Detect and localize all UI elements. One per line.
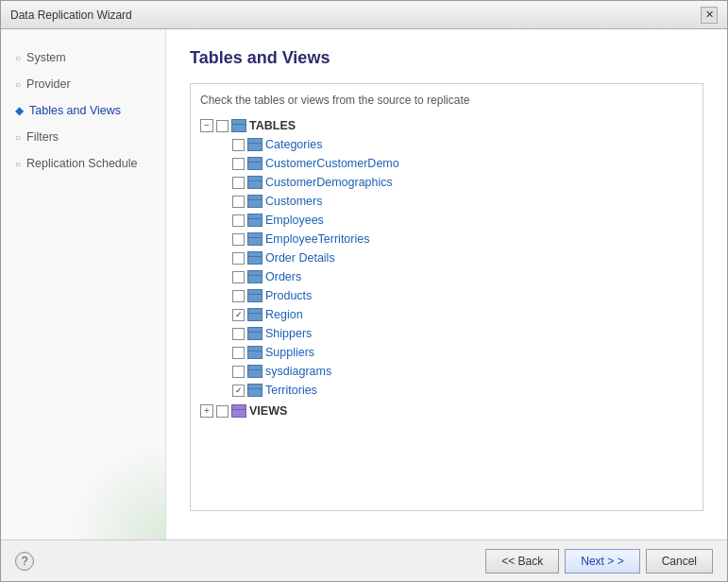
- filters-bullet: ○: [15, 132, 21, 143]
- tree-spacer: [216, 384, 229, 397]
- item-checkbox[interactable]: [232, 366, 245, 378]
- item-label[interactable]: Order Details: [265, 249, 335, 266]
- item-label[interactable]: Territories: [265, 382, 317, 399]
- close-button[interactable]: ✕: [701, 7, 718, 24]
- item-checkbox[interactable]: [232, 214, 245, 227]
- tree-spacer: [216, 251, 229, 265]
- table-icon: [247, 232, 262, 246]
- table-row: Categories: [200, 135, 693, 154]
- tables-label: TABLES: [249, 117, 296, 134]
- table-row: Shippers: [200, 324, 693, 343]
- item-label[interactable]: Products: [265, 287, 312, 304]
- item-checkbox[interactable]: ✓: [232, 385, 245, 397]
- sidebar-item-label-provider: Provider: [26, 77, 71, 91]
- tree-spacer: [216, 176, 229, 189]
- table-icon: [247, 195, 262, 208]
- tree-spacer: [216, 157, 229, 170]
- tables-root-node[interactable]: − TABLES: [200, 116, 693, 135]
- table-icon: [247, 157, 262, 170]
- sidebar-item-replication-schedule[interactable]: ○ Replication Schedule: [10, 154, 156, 173]
- content-area: ○ System ○ Provider ◆ Tables and Views ○…: [1, 29, 727, 539]
- table-items-list: CategoriesCustomerCustomerDemoCustomerDe…: [200, 135, 693, 400]
- table-row: ✓Territories: [200, 381, 693, 400]
- back-button[interactable]: << Back: [485, 549, 559, 573]
- item-label[interactable]: Region: [265, 306, 303, 323]
- tree-container: Check the tables or views from the sourc…: [190, 83, 703, 511]
- table-icon: [247, 289, 262, 302]
- item-checkbox[interactable]: [232, 252, 245, 265]
- table-row: Suppliers: [200, 343, 693, 362]
- table-row: Customers: [200, 192, 693, 211]
- next-button[interactable]: Next > >: [565, 549, 639, 573]
- sidebar-item-filters[interactable]: ○ Filters: [10, 128, 156, 146]
- tables-toggle[interactable]: −: [200, 119, 213, 132]
- views-checkbox[interactable]: [216, 405, 229, 418]
- item-checkbox[interactable]: [232, 347, 245, 359]
- item-label[interactable]: Customers: [265, 193, 322, 210]
- item-checkbox[interactable]: [232, 177, 245, 189]
- page-title: Tables and Views: [190, 48, 703, 68]
- item-label[interactable]: CustomerDemographics: [265, 174, 393, 191]
- title-bar: Data Replication Wizard ✕: [1, 1, 727, 29]
- table-icon: [247, 365, 262, 378]
- item-checkbox[interactable]: [232, 271, 245, 283]
- window-title: Data Replication Wizard: [10, 9, 132, 22]
- table-row: Order Details: [200, 248, 693, 267]
- tables-checkbox[interactable]: [216, 120, 229, 132]
- tree-spacer: [216, 346, 229, 359]
- sidebar-item-system[interactable]: ○ System: [10, 48, 156, 67]
- table-row: Products: [200, 286, 693, 305]
- views-toggle[interactable]: +: [200, 404, 213, 418]
- item-checkbox[interactable]: [232, 196, 245, 208]
- item-label[interactable]: EmployeeTerritories: [265, 231, 369, 248]
- sidebar: ○ System ○ Provider ◆ Tables and Views ○…: [1, 29, 166, 539]
- item-checkbox[interactable]: [232, 158, 245, 170]
- views-label: VIEWS: [249, 402, 287, 419]
- table-row: CustomerCustomerDemo: [200, 154, 693, 173]
- tables-icon: [231, 119, 246, 132]
- main-panel: Tables and Views Check the tables or vie…: [166, 29, 727, 539]
- table-row: EmployeeTerritories: [200, 230, 693, 248]
- sidebar-item-tables-views[interactable]: ◆ Tables and Views: [10, 101, 156, 120]
- table-row: Orders: [200, 267, 693, 286]
- hint-text: Check the tables or views from the sourc…: [200, 94, 693, 107]
- sidebar-item-provider[interactable]: ○ Provider: [10, 75, 156, 94]
- views-icon: [231, 404, 246, 418]
- table-row: Employees: [200, 211, 693, 230]
- sidebar-item-label-filters: Filters: [26, 130, 59, 144]
- item-checkbox[interactable]: [232, 328, 245, 340]
- item-label[interactable]: Employees: [265, 212, 324, 229]
- sidebar-item-label-replication: Replication Schedule: [26, 157, 137, 170]
- tree-spacer: [216, 195, 229, 208]
- item-label[interactable]: Orders: [265, 268, 301, 285]
- item-checkbox[interactable]: [232, 233, 245, 246]
- wizard-window: Data Replication Wizard ✕ ○ System ○ Pro…: [0, 0, 728, 582]
- cancel-button[interactable]: Cancel: [646, 549, 713, 573]
- tree-spacer: [216, 327, 229, 340]
- sidebar-item-label-tables-views: Tables and Views: [29, 104, 121, 117]
- tables-views-bullet: ◆: [15, 104, 24, 117]
- tree-spacer: [216, 232, 229, 246]
- views-root-node[interactable]: + VIEWS: [200, 402, 693, 420]
- item-label[interactable]: Shippers: [265, 325, 312, 342]
- table-icon: [247, 327, 262, 340]
- table-icon: [247, 384, 262, 397]
- tree-spacer: [216, 365, 229, 378]
- tree-spacer: [216, 270, 229, 283]
- sidebar-item-label-system: System: [26, 51, 66, 64]
- tree-spacer: [216, 214, 229, 227]
- provider-bullet: ○: [15, 79, 21, 90]
- item-checkbox[interactable]: [232, 290, 245, 302]
- help-icon[interactable]: ?: [15, 552, 34, 571]
- table-icon: [247, 176, 262, 189]
- table-row: CustomerDemographics: [200, 173, 693, 192]
- item-label[interactable]: sysdiagrams: [265, 363, 331, 380]
- item-label[interactable]: CustomerCustomerDemo: [265, 155, 399, 172]
- table-icon: [247, 251, 262, 265]
- item-label[interactable]: Suppliers: [265, 344, 314, 361]
- bottom-bar: ? << Back Next > > Cancel: [1, 539, 727, 581]
- item-checkbox[interactable]: ✓: [232, 309, 245, 321]
- table-row: ✓Region: [200, 305, 693, 324]
- item-checkbox[interactable]: [232, 139, 245, 151]
- item-label[interactable]: Categories: [265, 136, 322, 153]
